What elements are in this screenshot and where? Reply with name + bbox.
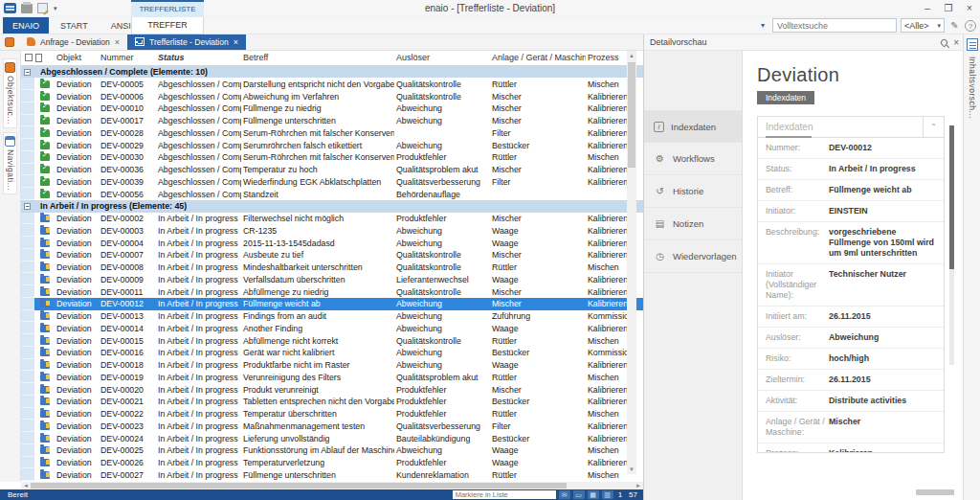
table-row[interactable]: DeviationDEV-00002In Arbeit / In progres… <box>21 213 643 225</box>
detail-nav-notizen[interactable]: ▤Notizen <box>644 208 742 240</box>
table-row[interactable]: DeviationDEV-00004In Arbeit / In progres… <box>21 237 643 249</box>
table-row[interactable]: DeviationDEV-00015In Arbeit / In progres… <box>21 334 643 347</box>
table-row[interactable]: DeviationDEV-00039Abgeschlossen / Comple… <box>21 175 643 188</box>
col-header-status[interactable]: Status <box>156 53 241 62</box>
col-header-ausloeser[interactable]: Auslöser <box>394 53 490 62</box>
doc-tab-trefferliste[interactable]: Trefferliste - Deviation × <box>127 34 246 50</box>
detail-vertical-scrollbar[interactable] <box>949 125 954 365</box>
table-row[interactable]: DeviationDEV-00029Abgeschlossen / Comple… <box>21 139 643 151</box>
table-icon[interactable]: ▦ <box>588 490 599 499</box>
mail-icon[interactable]: ✉ <box>559 490 570 499</box>
table-row[interactable]: DeviationDEV-00026In Arbeit / In progres… <box>21 457 643 469</box>
table-row[interactable]: DeviationDEV-00017Abgeschlossen / Comple… <box>21 115 643 127</box>
scroll-down-icon[interactable]: ▼ <box>627 465 636 474</box>
restore-button[interactable]: ❐ <box>938 0 959 17</box>
cell: DEV-00021 <box>99 397 156 406</box>
scrollbar-thumb[interactable] <box>628 62 635 168</box>
cell: DEV-00018 <box>99 360 156 370</box>
table-row[interactable]: DeviationDEV-00022In Arbeit / In progres… <box>21 408 643 420</box>
table-row[interactable]: DeviationDEV-00012In Arbeit / In progres… <box>21 298 643 310</box>
scrollbar-thumb[interactable] <box>949 125 954 269</box>
fulltext-search-input[interactable] <box>772 18 897 33</box>
table-row[interactable]: DeviationDEV-00006Abgeschlossen / Comple… <box>21 90 643 102</box>
table-row[interactable]: DeviationDEV-00021In Arbeit / In progres… <box>21 396 643 408</box>
tab-start[interactable]: START <box>49 17 100 34</box>
table-row[interactable]: DeviationDEV-00019In Arbeit / In progres… <box>21 371 643 383</box>
help-icon[interactable]: ? <box>965 20 976 32</box>
table-row[interactable]: DeviationDEV-00003In Arbeit / In progres… <box>21 224 643 237</box>
collapse-group-icon[interactable]: − <box>24 203 31 210</box>
table-horizontal-scrollbar[interactable]: ◄ ► <box>21 482 643 489</box>
scroll-right-icon[interactable]: ► <box>634 483 643 489</box>
col-header-anlage[interactable]: Anlage / Gerät / Maschine <box>490 53 586 62</box>
doc-tab-anfrage[interactable]: Anfrage - Deviation × <box>19 34 127 50</box>
table-row[interactable]: DeviationDEV-00010Abgeschlossen / Comple… <box>21 102 643 115</box>
app-icon[interactable] <box>4 3 16 13</box>
detail-nav-historie[interactable]: ↺Historie <box>644 175 742 208</box>
table-row[interactable]: DeviationDEV-00016In Arbeit / In progres… <box>21 347 643 359</box>
table-row[interactable]: DeviationDEV-00024In Arbeit / In progres… <box>21 432 643 444</box>
collapse-section-icon[interactable]: ⌃ <box>923 117 944 138</box>
table-row[interactable]: DeviationDEV-00056Abgeschlossen / Comple… <box>21 188 643 200</box>
close-tab-icon[interactable]: × <box>234 37 238 47</box>
pencil-icon[interactable]: ✎ <box>948 20 961 31</box>
document-icon[interactable] <box>35 54 42 62</box>
scroll-up-icon[interactable]: ▲ <box>627 51 636 60</box>
scrollbar-thumb[interactable] <box>31 483 567 489</box>
cell: DEV-00024 <box>99 434 156 443</box>
detail-nav-indexdaten[interactable]: iIndexdaten <box>644 110 742 143</box>
cell: Temperatur zu hoch <box>241 165 394 174</box>
table-row[interactable]: DeviationDEV-00023In Arbeit / In progres… <box>21 420 643 432</box>
table-row[interactable]: DeviationDEV-00008In Arbeit / In progres… <box>21 261 643 274</box>
close-panel-icon[interactable]: × <box>953 37 959 48</box>
mark-in-list-input[interactable] <box>453 490 556 499</box>
content-preview-icon[interactable] <box>967 38 978 51</box>
sidebar-tab-objektsuche[interactable]: Objektsuc... <box>3 58 17 128</box>
tab-enaio[interactable]: ENAIO <box>3 17 49 34</box>
minimize-button[interactable]: – <box>917 0 938 17</box>
table-row[interactable]: DeviationDEV-00028Abgeschlossen / Comple… <box>21 126 643 139</box>
table-row[interactable]: DeviationDEV-00007In Arbeit / In progres… <box>21 249 643 261</box>
search-scope-select[interactable]: <Alle> ▾ <box>901 18 945 33</box>
table-row[interactable]: DeviationDEV-00027In Arbeit / In progres… <box>21 468 643 481</box>
detail-nav-wiedervorlagen[interactable]: ◷Wiedervorlagen <box>644 240 742 273</box>
table-row[interactable]: DeviationDEV-00009In Arbeit / In progres… <box>21 273 643 285</box>
col-header-objekt[interactable]: Objekt <box>55 53 99 62</box>
table-columns-icon[interactable]: ▥ <box>602 490 613 499</box>
edit-icon[interactable] <box>37 3 48 13</box>
table-row[interactable]: DeviationDEV-00030Abgeschlossen / Comple… <box>21 151 643 164</box>
table-row[interactable]: DeviationDEV-00011In Arbeit / In progres… <box>21 285 643 298</box>
table-row[interactable]: DeviationDEV-00013In Arbeit / In progres… <box>21 310 643 323</box>
table-row[interactable]: DeviationDEV-00036Abgeschlossen / Comple… <box>21 164 643 176</box>
in-progress-folder-icon <box>40 435 50 443</box>
table-row[interactable]: DeviationDEV-00005Abgeschlossen / Comple… <box>21 78 643 90</box>
sidebar-tab-navigation[interactable]: Navigati... <box>3 132 17 194</box>
copy-icon[interactable] <box>25 54 33 61</box>
pin-icon[interactable] <box>940 37 949 47</box>
detail-horizontal-scrollbar[interactable] <box>916 489 954 495</box>
group-header-row[interactable]: −In Arbeit / In progress (Elemente: 45) <box>21 200 643 213</box>
table-row[interactable]: DeviationDEV-00020In Arbeit / In progres… <box>21 383 643 396</box>
table-vertical-scrollbar[interactable]: ▲ ▼ <box>627 51 636 475</box>
search-dropdown-icon[interactable]: ▾ <box>761 21 765 30</box>
object-search-icon[interactable] <box>0 34 19 50</box>
detail-nav-workflows[interactable]: ⚙Workflows <box>644 143 742 175</box>
col-header-prozess[interactable]: Prozess <box>586 53 627 62</box>
print-icon[interactable] <box>21 4 33 13</box>
cell: Abweichung <box>394 311 490 321</box>
close-tab-icon[interactable]: × <box>115 37 120 47</box>
delete-icon[interactable]: ▭ <box>573 490 585 499</box>
qat-dropdown-icon[interactable]: ▾ <box>54 5 57 12</box>
table-row[interactable]: DeviationDEV-00018In Arbeit / In progres… <box>21 359 643 372</box>
tab-treffer[interactable]: TREFFER <box>131 17 204 34</box>
table-row[interactable]: DeviationDEV-00025In Arbeit / In progres… <box>21 444 643 457</box>
col-header-betreff[interactable]: Betreff <box>241 53 394 62</box>
scroll-left-icon[interactable]: ◄ <box>21 483 31 489</box>
collapse-group-icon[interactable]: − <box>24 69 31 76</box>
sidebar-tab-inhaltsvorschau[interactable]: Inhaltsvorsch... <box>968 57 977 119</box>
group-header-row[interactable]: −Abgeschlossen / Complete (Elemente: 10) <box>21 66 643 79</box>
close-button[interactable]: × <box>959 0 980 17</box>
nav-label: Wiedervorlagen <box>673 251 737 261</box>
table-row[interactable]: DeviationDEV-00014In Arbeit / In progres… <box>21 322 643 334</box>
col-header-nummer[interactable]: Nummer <box>99 53 156 62</box>
